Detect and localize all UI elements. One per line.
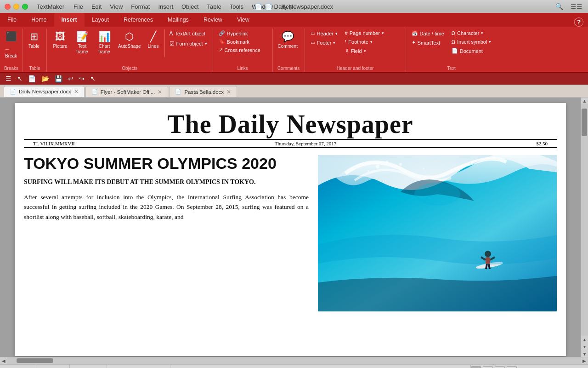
form-obj-button[interactable]: ☑ Form object ▾ bbox=[167, 40, 210, 48]
header-button[interactable]: ▭ Header ▾ bbox=[308, 29, 340, 37]
status-page[interactable]: Page 1 of 2 bbox=[70, 365, 107, 368]
cursor-select-button[interactable]: ↖ bbox=[88, 74, 97, 83]
ribbon-toolbar: ⬛— Break Breaks ⊞ Table Table 🖼 Picture … bbox=[0, 27, 588, 73]
autoshape-button[interactable]: ⬡ AutoShape bbox=[116, 29, 143, 51]
scroll-right-arrow[interactable]: ▶ bbox=[581, 358, 588, 364]
undo-button[interactable]: ↩ bbox=[66, 74, 75, 83]
minimize-button[interactable] bbox=[13, 4, 19, 10]
surf-wave-svg bbox=[318, 155, 557, 311]
article-column: TOKYO SUMMER OLYMPICS 2020 SURFING WILL … bbox=[24, 155, 309, 311]
tab-insert[interactable]: Insert bbox=[54, 13, 85, 27]
close-tab-flyer[interactable]: ✕ bbox=[158, 89, 162, 95]
view-outline-btn[interactable]: ≡ bbox=[483, 366, 493, 368]
close-tab-newspaper[interactable]: ✕ bbox=[74, 88, 79, 95]
help-button[interactable]: ? bbox=[574, 17, 583, 27]
scroll-left-arrow[interactable]: ◀ bbox=[0, 358, 7, 364]
chart-frame-button[interactable]: 📊 Chartframe bbox=[94, 29, 115, 56]
date-time-button[interactable]: 📅 Date / time bbox=[409, 29, 447, 37]
zoom-in-btn[interactable]: + bbox=[563, 367, 566, 368]
menu-tools[interactable]: Tools bbox=[230, 3, 243, 10]
svg-point-7 bbox=[414, 183, 460, 206]
text-frame-button[interactable]: 📝 Textframe bbox=[72, 29, 93, 56]
footnote-button[interactable]: ¹ Footnote ▾ bbox=[342, 38, 387, 46]
menu-insert[interactable]: Insert bbox=[158, 3, 173, 10]
bookmark-icon: 🔖 bbox=[219, 39, 225, 45]
save-button[interactable]: 💾 bbox=[53, 74, 64, 83]
horizontal-scrollbar[interactable]: ◀ ▶ bbox=[0, 357, 588, 364]
menu-edit[interactable]: Edit bbox=[91, 3, 102, 10]
scroll-down-arrow[interactable]: ▼ bbox=[582, 351, 588, 357]
zoom-out-btn[interactable]: − bbox=[519, 367, 522, 368]
tab-view[interactable]: View bbox=[230, 13, 257, 27]
scroll-track[interactable] bbox=[581, 104, 588, 336]
menu-file[interactable]: File bbox=[74, 3, 83, 10]
hamburger-button[interactable]: ☰ bbox=[4, 74, 13, 83]
doc-tab-pasta[interactable]: 📄 Pasta Bella.docx ✕ bbox=[169, 86, 237, 97]
multiwindow-icon[interactable]: ☰☰ bbox=[571, 3, 582, 10]
article-subhead: SURFING WILL MAKE ITS DEBUT AT THE SUMME… bbox=[24, 178, 309, 187]
hyperlink-icon: 🔗 bbox=[219, 30, 225, 36]
menu-view[interactable]: View bbox=[110, 3, 123, 10]
ribbon-section-table: ⊞ Table Table bbox=[23, 29, 47, 72]
document-button[interactable]: 📄 Document bbox=[449, 47, 494, 55]
new-button[interactable]: 📄 bbox=[26, 74, 38, 83]
pointer-button[interactable]: ↖ bbox=[15, 74, 24, 83]
insert-symbol-icon: Ω bbox=[452, 39, 455, 45]
table-button[interactable]: ⊞ Table bbox=[26, 29, 42, 51]
tab-review[interactable]: Review bbox=[196, 13, 230, 27]
textart-button[interactable]: A TextArt object bbox=[167, 29, 210, 38]
lines-button[interactable]: ╱ Lines bbox=[144, 29, 163, 51]
status-section[interactable]: Section 1 bbox=[4, 365, 36, 368]
h-scroll-track[interactable] bbox=[7, 357, 581, 364]
comment-button[interactable]: 💬 Comment bbox=[276, 29, 300, 51]
svg-point-2 bbox=[376, 165, 379, 168]
close-button[interactable] bbox=[5, 4, 11, 10]
insert-symbol-button[interactable]: Ω Insert symbol ▾ bbox=[449, 38, 494, 46]
character-button[interactable]: Ω Character ▾ bbox=[449, 29, 494, 37]
view-draft-btn[interactable]: ⊞ bbox=[495, 366, 505, 368]
bookmark-button[interactable]: 🔖 Bookmark bbox=[216, 38, 263, 46]
status-chapter[interactable]: Chapter 1 bbox=[36, 365, 70, 368]
tab-layout[interactable]: Layout bbox=[85, 13, 117, 27]
tab-references[interactable]: References bbox=[116, 13, 160, 27]
lines-label: Lines bbox=[148, 44, 159, 49]
scroll-page-down[interactable]: ▼ bbox=[582, 343, 588, 351]
scroll-up-arrow[interactable]: ▲ bbox=[582, 98, 588, 104]
close-tab-pasta[interactable]: ✕ bbox=[226, 89, 231, 95]
scroll-page-up[interactable]: ▲ bbox=[582, 336, 588, 343]
tab-file[interactable]: File bbox=[0, 13, 24, 27]
status-language[interactable]: English (United States) bbox=[107, 365, 170, 368]
vertical-scrollbar[interactable]: ▲ ▲ ▼ ▼ bbox=[581, 98, 588, 357]
status-ins[interactable]: Ins bbox=[452, 365, 471, 368]
footer-button[interactable]: ▭ Footer ▾ bbox=[308, 39, 340, 46]
break-button[interactable]: ⬛— Break bbox=[3, 29, 19, 60]
header-arrow: ▾ bbox=[335, 31, 338, 36]
page-number-button[interactable]: # Page number ▾ bbox=[342, 29, 387, 37]
footer-label: Footer bbox=[317, 40, 332, 46]
doc-tab-flyer[interactable]: 📄 Flyer - SoftMaker Offi... ✕ bbox=[85, 86, 169, 97]
ribbon-section-text: 📅 Date / time ✦ SmartText Ω Character ▾ … bbox=[406, 29, 497, 72]
field-button[interactable]: ⇩ Field ▾ bbox=[342, 47, 387, 55]
view-web-btn[interactable]: ⊠ bbox=[507, 366, 517, 368]
h-scroll-thumb[interactable] bbox=[17, 358, 53, 363]
view-page-btn[interactable]: ▭ bbox=[471, 366, 481, 368]
menu-format[interactable]: Format bbox=[131, 3, 150, 10]
svg-point-6 bbox=[423, 168, 424, 170]
open-button[interactable]: 📂 bbox=[40, 74, 51, 83]
status-bar: Section 1 Chapter 1 Page 1 of 2 English … bbox=[0, 364, 588, 368]
menu-object[interactable]: Object bbox=[181, 3, 199, 10]
price-label: $2.50 bbox=[536, 141, 548, 146]
maximize-button[interactable] bbox=[22, 4, 28, 10]
doc-tab-newspaper[interactable]: 📄 Daily Newspaper.docx ✕ bbox=[4, 86, 85, 97]
cross-ref-button[interactable]: ↗ Cross reference bbox=[216, 46, 263, 54]
menu-table[interactable]: Table bbox=[207, 3, 221, 10]
picture-button[interactable]: 🖼 Picture bbox=[50, 29, 71, 51]
hyperlink-button[interactable]: 🔗 Hyperlink bbox=[216, 29, 263, 37]
text-frame-icon: 📝 bbox=[76, 31, 89, 43]
scroll-thumb[interactable] bbox=[582, 109, 587, 136]
search-icon[interactable]: 🔍 bbox=[555, 3, 563, 10]
tab-home[interactable]: Home bbox=[24, 13, 54, 27]
redo-button[interactable]: ↪ bbox=[77, 74, 86, 83]
smart-text-button[interactable]: ✦ SmartText bbox=[409, 39, 447, 46]
tab-mailings[interactable]: Mailings bbox=[160, 13, 196, 27]
